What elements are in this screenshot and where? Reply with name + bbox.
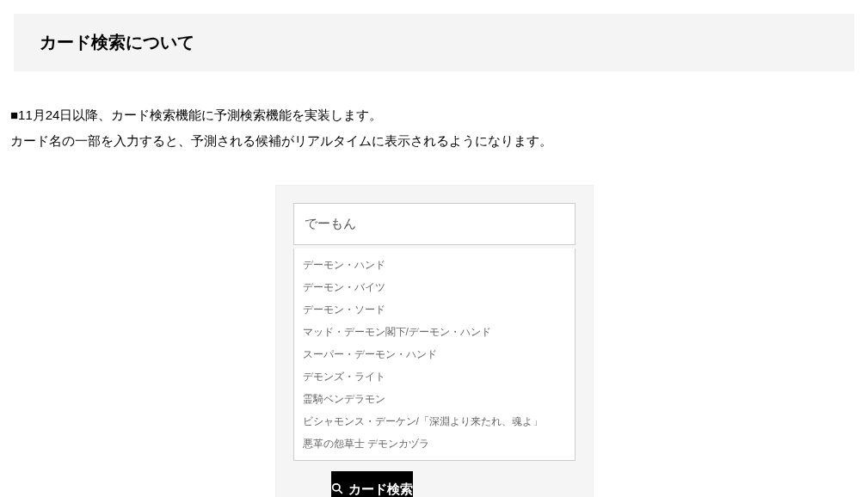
notice-line-1: ■11月24日以降、カード検索機能に予測検索機能を実装します。	[10, 102, 858, 128]
suggestion-item[interactable]: ビシャモンス・デーケン/「深淵より来たれ、魂よ」	[294, 410, 575, 433]
suggestion-item[interactable]: 悪革の怨草士 デモンカヅラ	[294, 433, 575, 455]
svg-line-1	[338, 490, 342, 494]
notice-line-2: カード名の一部を入力すると、予測される候補がリアルタイムに表示されるようになりま…	[10, 128, 858, 154]
page-header: カード検索について	[14, 14, 854, 71]
demo-wrapper: でーもん デーモン・ハンド デーモン・バイツ デーモン・ソード マッド・デーモン…	[10, 185, 858, 497]
suggestion-item[interactable]: 霊騎ベンデラモン	[294, 388, 575, 410]
page-title: カード検索について	[40, 31, 828, 54]
card-search-button[interactable]: カード検索	[331, 471, 413, 497]
suggestion-item[interactable]: スーパー・デーモン・ハンド	[294, 343, 575, 365]
search-input[interactable]: でーもん	[293, 203, 576, 245]
search-icon	[331, 482, 343, 497]
suggestion-item[interactable]: デーモン・ハンド	[294, 254, 575, 276]
suggestion-item[interactable]: デーモン・バイツ	[294, 276, 575, 298]
suggestion-item[interactable]: マッド・デーモン閣下/デーモン・ハンド	[294, 321, 575, 343]
suggestion-list: デーモン・ハンド デーモン・バイツ デーモン・ソード マッド・デーモン閣下/デー…	[293, 248, 576, 461]
content-area: ■11月24日以降、カード検索機能に予測検索機能を実装します。 カード名の一部を…	[0, 85, 868, 497]
svg-point-0	[332, 484, 339, 491]
search-button-label: カード検索	[348, 482, 413, 497]
search-demo-panel: でーもん デーモン・ハンド デーモン・バイツ デーモン・ソード マッド・デーモン…	[275, 185, 594, 497]
suggestion-item[interactable]: デーモン・ソード	[294, 298, 575, 321]
suggestion-item[interactable]: デモンズ・ライト	[294, 365, 575, 388]
